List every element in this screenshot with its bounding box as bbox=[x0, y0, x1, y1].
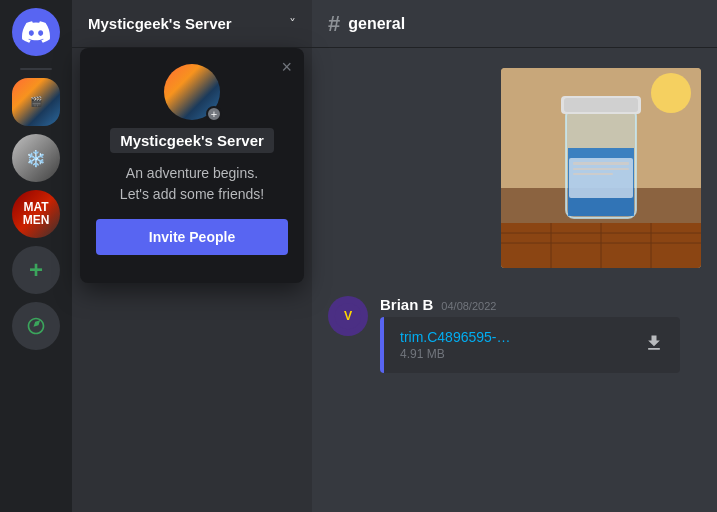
popup-server-info: + Mysticgeek's Server An adventure begin… bbox=[96, 64, 288, 255]
download-button[interactable] bbox=[644, 333, 664, 358]
server-icon-mysticgeek[interactable]: 🎬 bbox=[12, 78, 60, 126]
server-header[interactable]: Mysticgeek's Server ˅ bbox=[72, 0, 312, 48]
server-popup: × + Mysticgeek's Server An adventure beg… bbox=[80, 48, 304, 283]
server-icon-3[interactable]: MATMEN bbox=[12, 190, 60, 238]
main-content: # general bbox=[312, 0, 717, 512]
avatar-plus-badge: + bbox=[206, 106, 222, 122]
file-name[interactable]: trim.C4896595-… bbox=[400, 329, 632, 345]
svg-point-16 bbox=[651, 73, 691, 113]
channel-header: # general bbox=[312, 0, 717, 48]
popup-server-avatar: + bbox=[164, 64, 220, 120]
message-timestamp: 04/08/2022 bbox=[441, 300, 496, 312]
server-icon-2[interactable]: ❄️ bbox=[12, 134, 60, 182]
chat-image-container bbox=[501, 68, 701, 268]
invite-people-button[interactable]: Invite People bbox=[96, 219, 288, 255]
popup-close-button[interactable]: × bbox=[281, 58, 292, 76]
message-username: Brian B bbox=[380, 296, 433, 313]
server-divider bbox=[20, 68, 52, 70]
channel-header-name: general bbox=[348, 15, 405, 33]
svg-text:V: V bbox=[344, 309, 353, 323]
svg-rect-11 bbox=[573, 162, 629, 165]
discord-logo-button[interactable] bbox=[12, 8, 60, 56]
svg-rect-13 bbox=[573, 173, 613, 175]
avatar-icon: V bbox=[334, 302, 362, 330]
server-name: Mysticgeek's Server bbox=[88, 15, 232, 32]
discord-icon bbox=[22, 18, 50, 46]
svg-rect-12 bbox=[573, 168, 629, 170]
message-row: V Brian B 04/08/2022 trim.C4896595-… 4.9… bbox=[328, 296, 701, 373]
chat-image bbox=[501, 68, 701, 268]
drink-image-svg bbox=[501, 68, 701, 268]
popup-description: An adventure begins. Let's add some frie… bbox=[120, 163, 264, 205]
explore-button[interactable] bbox=[12, 302, 60, 350]
file-size: 4.91 MB bbox=[400, 347, 632, 361]
messages-area: V Brian B 04/08/2022 trim.C4896595-… 4.9… bbox=[312, 48, 717, 512]
svg-rect-15 bbox=[564, 98, 638, 112]
message-content: Brian B 04/08/2022 trim.C4896595-… 4.91 … bbox=[380, 296, 701, 373]
message-header: Brian B 04/08/2022 bbox=[380, 296, 701, 313]
server-sidebar: 🎬 ❄️ MATMEN + bbox=[0, 0, 72, 512]
file-info: trim.C4896595-… 4.91 MB bbox=[400, 329, 632, 361]
channel-sidebar: Mysticgeek's Server ˅ × + Mysticgeek's S… bbox=[72, 0, 312, 512]
server-menu-chevron: ˅ bbox=[289, 16, 296, 32]
compass-icon bbox=[26, 316, 46, 336]
channel-header-hash: # bbox=[328, 11, 340, 37]
message-avatar: V bbox=[328, 296, 368, 336]
add-server-button[interactable]: + bbox=[12, 246, 60, 294]
file-attachment: trim.C4896595-… 4.91 MB bbox=[380, 317, 680, 373]
popup-server-name: Mysticgeek's Server bbox=[110, 128, 274, 153]
